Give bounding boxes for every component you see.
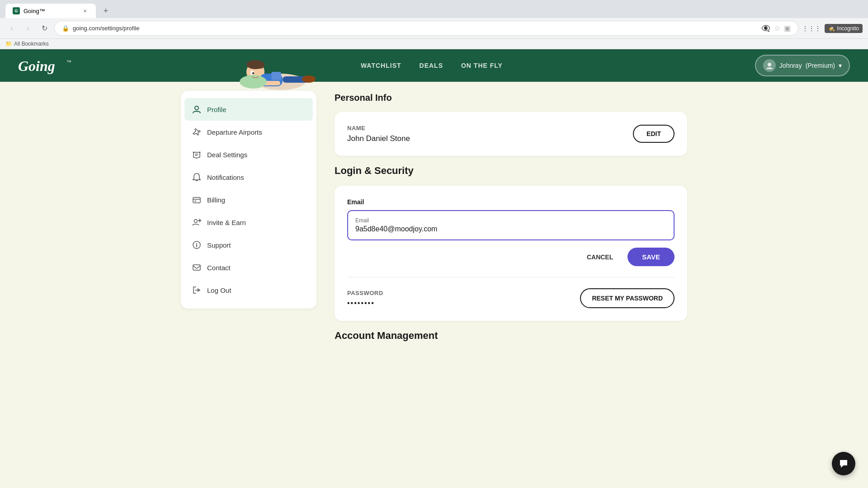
reset-password-button[interactable]: RESET MY PASSWORD xyxy=(580,288,675,308)
log-out-icon xyxy=(192,285,202,295)
email-card: Email Email 9a5d8e40@moodjoy.com CANCEL … xyxy=(335,186,687,321)
edit-name-button[interactable]: EDIT xyxy=(633,125,675,143)
browser-tab[interactable]: G Going™ ✕ xyxy=(5,4,96,18)
chat-button[interactable] xyxy=(832,452,855,475)
app-container: Going ™ WATCHLIST DEALS ON THE FLY Johnr… xyxy=(0,49,868,488)
back-button[interactable]: ‹ xyxy=(5,22,18,35)
svg-text:Going: Going xyxy=(18,58,55,74)
new-tab-button[interactable]: + xyxy=(99,5,112,17)
billing-icon xyxy=(192,195,202,205)
logo-svg: Going ™ xyxy=(18,56,81,75)
cancel-button[interactable]: CANCEL xyxy=(580,249,620,265)
svg-rect-20 xyxy=(194,201,196,202)
svg-rect-18 xyxy=(193,197,200,203)
address-bar[interactable]: 🔒 going.com/settings/profile 👁‍🗨 ☆ ▣ xyxy=(54,21,798,36)
nav-deals[interactable]: DEALS xyxy=(420,58,443,73)
forward-button[interactable]: › xyxy=(22,22,34,35)
bookmarks-bar: 📁 All Bookmarks xyxy=(0,38,868,49)
support-icon xyxy=(192,240,202,250)
incognito-button[interactable]: 🕵 Incognito xyxy=(825,24,863,33)
sidebar-item-deal-settings[interactable]: Deal Settings xyxy=(181,143,316,166)
sidebar-item-departure-airports-label: Departure Airports xyxy=(207,128,262,136)
sidebar-item-invite-earn-label: Invite & Earn xyxy=(207,219,246,226)
email-input-wrapper[interactable]: Email 9a5d8e40@moodjoy.com xyxy=(347,210,675,240)
email-input-value: 9a5d8e40@moodjoy.com xyxy=(355,225,666,233)
url-display: going.com/settings/profile xyxy=(73,25,139,32)
sidebar-item-billing[interactable]: Billing xyxy=(181,188,316,211)
svg-point-17 xyxy=(199,152,201,153)
save-button[interactable]: SAVE xyxy=(627,248,675,266)
user-plan: (Premium) xyxy=(806,62,835,69)
name-card: Name John Daniel Stone EDIT xyxy=(335,112,687,156)
email-section-label: Email xyxy=(347,198,675,206)
svg-point-15 xyxy=(195,106,198,110)
email-action-row: CANCEL SAVE xyxy=(347,248,675,266)
address-bar-icons: 👁‍🗨 ☆ ▣ xyxy=(761,24,791,33)
name-label: Name xyxy=(347,125,410,131)
user-chevron-icon: ▾ xyxy=(839,62,842,69)
svg-point-13 xyxy=(252,72,254,75)
deal-settings-icon xyxy=(192,150,202,160)
reload-button[interactable]: ↻ xyxy=(38,22,51,35)
nav-watchlist[interactable]: WATCHLIST xyxy=(361,58,401,73)
svg-point-10 xyxy=(302,75,316,83)
sidebar-item-contact[interactable]: Contact xyxy=(181,256,316,279)
name-value: John Daniel Stone xyxy=(347,134,410,143)
card-divider xyxy=(347,277,675,277)
notifications-icon xyxy=(192,172,202,182)
sidebar-item-contact-label: Contact xyxy=(207,264,231,272)
chat-icon xyxy=(838,458,849,469)
tab-title: Going™ xyxy=(24,8,45,14)
login-security-title: Login & Security xyxy=(335,165,687,177)
password-info: Password •••••••• xyxy=(347,290,383,307)
svg-point-21 xyxy=(194,220,198,223)
sidebar-item-log-out-label: Log Out xyxy=(207,286,231,294)
sidebar-item-departure-airports[interactable]: Departure Airports xyxy=(181,121,316,143)
sidebar-item-notifications-label: Notifications xyxy=(207,174,244,181)
sidebar-item-deal-settings-label: Deal Settings xyxy=(207,151,247,159)
svg-text:™: ™ xyxy=(66,59,71,65)
password-value: •••••••• xyxy=(347,299,383,307)
account-management-title: Account Management xyxy=(335,330,687,342)
tab-close-button[interactable]: ✕ xyxy=(81,7,89,14)
sidebar-item-billing-label: Billing xyxy=(207,196,225,204)
sidebar-item-profile[interactable]: Profile xyxy=(184,98,313,121)
personal-info-title: Personal Info xyxy=(335,93,687,103)
browser-chrome: G Going™ ✕ + ‹ › ↻ 🔒 going.com/settings/… xyxy=(0,0,868,49)
user-avatar xyxy=(763,59,776,72)
svg-point-26 xyxy=(196,243,197,244)
sidebar-item-profile-label: Profile xyxy=(207,106,226,113)
name-card-row: Name John Daniel Stone EDIT xyxy=(347,125,675,143)
invite-earn-icon xyxy=(192,217,202,227)
sidebar-item-notifications[interactable]: Notifications xyxy=(181,166,316,188)
sidebar-item-invite-earn[interactable]: Invite & Earn xyxy=(181,211,316,234)
main-content: Personal Info Name John Daniel Stone EDI… xyxy=(335,82,687,488)
main-nav: WATCHLIST DEALS ON THE FLY xyxy=(108,58,755,73)
svg-rect-11 xyxy=(271,72,281,80)
svg-point-14 xyxy=(257,61,264,69)
sidebar-item-support-label: Support xyxy=(207,241,231,249)
tab-favicon: G xyxy=(13,7,20,14)
email-input-label: Email xyxy=(355,217,666,224)
logo[interactable]: Going ™ xyxy=(18,56,81,75)
sidebar: Profile Departure Airports Deal Settings xyxy=(181,91,316,309)
browser-right-icons: ⋮⋮⋮ 🕵 Incognito xyxy=(802,24,863,33)
svg-point-16 xyxy=(193,152,194,153)
user-menu-button[interactable]: Johnray (Premium) ▾ xyxy=(755,55,850,76)
sidebar-item-support[interactable]: Support xyxy=(181,234,316,256)
departure-airports-icon xyxy=(192,127,202,137)
profile-icon xyxy=(192,104,202,114)
sidebar-container: Profile Departure Airports Deal Settings xyxy=(181,91,316,488)
app-header: Going ™ WATCHLIST DEALS ON THE FLY Johnr… xyxy=(0,49,868,82)
contact-icon xyxy=(192,263,202,272)
page-body: Profile Departure Airports Deal Settings xyxy=(163,82,705,488)
svg-point-2 xyxy=(768,63,771,66)
user-name: Johnray xyxy=(779,62,802,69)
svg-rect-27 xyxy=(193,265,200,270)
password-label: Password xyxy=(347,290,383,296)
sidebar-item-log-out[interactable]: Log Out xyxy=(181,279,316,301)
password-row: Password •••••••• RESET MY PASSWORD xyxy=(347,288,675,308)
email-field-section: Email Email 9a5d8e40@moodjoy.com CANCEL … xyxy=(347,198,675,266)
nav-on-the-fly[interactable]: ON THE FLY xyxy=(461,58,503,73)
name-info: Name John Daniel Stone xyxy=(347,125,410,143)
